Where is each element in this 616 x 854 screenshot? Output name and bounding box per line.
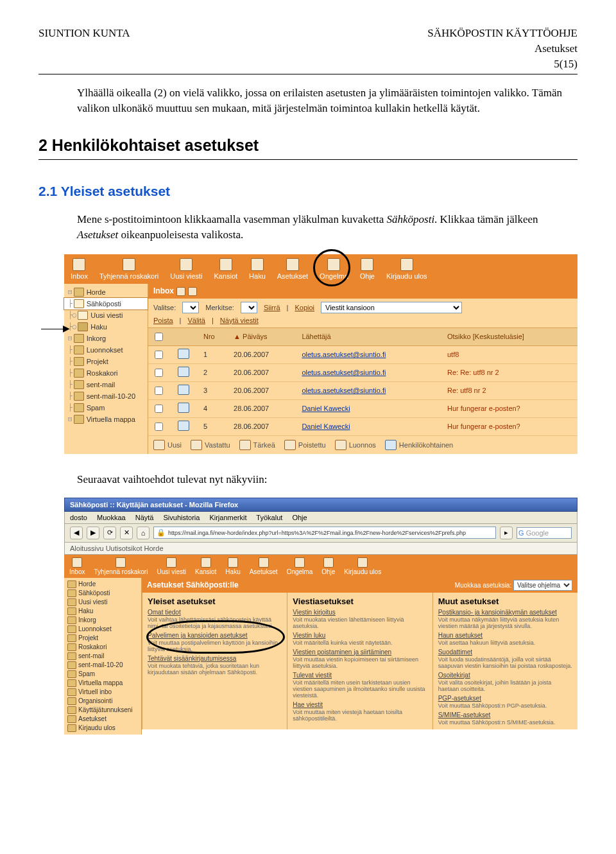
settings-link[interactable]: Viestien poistaminen ja siirtäminen xyxy=(293,649,427,656)
select-program[interactable]: Valitse ohjelma xyxy=(513,580,572,591)
tb-logout[interactable]: Kirjaudu ulos xyxy=(386,258,427,280)
sb2-item[interactable]: Roskakori xyxy=(64,643,141,652)
sb2-item[interactable]: Asetukset xyxy=(64,715,141,724)
back-button[interactable]: ◀ xyxy=(70,527,83,539)
sb-projekt[interactable]: ├Projekt xyxy=(64,356,148,367)
select-merkitse[interactable] xyxy=(241,302,257,313)
col-checkbox[interactable] xyxy=(148,327,174,345)
settings-link[interactable]: Omat tiedot xyxy=(148,609,282,616)
menu-file[interactable]: dosto xyxy=(70,514,87,521)
tb2-new[interactable]: Uusi viesti xyxy=(157,557,186,575)
menu-view[interactable]: Näytä xyxy=(135,514,154,521)
settings-link[interactable]: PGP-asetukset xyxy=(438,695,572,702)
tb-folders[interactable]: Kansiot xyxy=(214,258,237,280)
sb2-item[interactable]: Virtuell inbo xyxy=(64,688,141,697)
copy-link[interactable]: Kopioi xyxy=(295,304,314,311)
sb2-item[interactable]: Sähköposti xyxy=(64,589,141,598)
refresh-icon[interactable] xyxy=(176,287,185,296)
sb-inbox[interactable]: ⊟Inkorg xyxy=(64,333,148,344)
tb2-logout[interactable]: Kirjaudu ulos xyxy=(344,557,381,575)
sb-virtual[interactable]: ⊟Virtuella mappa xyxy=(64,414,148,425)
sb-spam[interactable]: ├Spam xyxy=(64,402,148,414)
settings-link[interactable]: Suodattimet xyxy=(438,649,572,656)
tb2-settings[interactable]: Asetukset xyxy=(250,557,278,575)
tb-settings[interactable]: Asetukset xyxy=(277,258,308,280)
stop-button[interactable]: ✕ xyxy=(120,527,133,539)
sb2-item[interactable]: Kirjaudu ulos xyxy=(64,724,141,733)
settings-link[interactable]: Postikansio- ja kansioinäkymän asetukset xyxy=(438,609,572,616)
tb-help[interactable]: Ohje xyxy=(360,258,375,280)
table-row[interactable]: 528.06.2007Daniel KaweckiHur fungerar e-… xyxy=(148,417,578,435)
sb2-item[interactable]: Haku xyxy=(64,607,141,616)
table-row[interactable]: 320.06.2007oletus.asetukset@siuntio.fiRe… xyxy=(148,381,578,399)
menu-help[interactable]: Ohje xyxy=(292,514,307,521)
settings-link[interactable]: Viestin kirjoitus xyxy=(293,609,427,616)
sb2-item[interactable]: Käyttäjätunnukseni xyxy=(64,706,141,715)
tb2-help[interactable]: Ohje xyxy=(321,557,335,575)
settings-link[interactable]: Hae viestit xyxy=(293,701,427,708)
sb2-item[interactable]: Horde xyxy=(64,580,141,589)
sb2-item[interactable]: Luonnokset xyxy=(64,625,141,634)
tb-empty-trash[interactable]: Tyhjennä roskakori xyxy=(99,258,158,280)
sb-mail[interactable]: ├Sähköposti xyxy=(64,298,148,309)
menu-bookmarks[interactable]: Kirjanmerkit xyxy=(209,514,246,521)
settings-link[interactable]: Tulevat viestit xyxy=(293,672,427,679)
show-link[interactable]: Näytä viestit xyxy=(220,317,259,324)
table-row[interactable]: 428.06.2007Daniel KaweckiHur fungerar e-… xyxy=(148,399,578,417)
col-nro[interactable]: Nro xyxy=(200,327,230,345)
sb2-item[interactable]: Uusi viesti xyxy=(64,598,141,607)
sb-sent2[interactable]: ├sent-mail-10-20 xyxy=(64,390,148,402)
sb2-item[interactable]: Spam xyxy=(64,670,141,679)
table-row[interactable]: 120.06.2007oletus.asetukset@siuntio.fiut… xyxy=(148,345,578,363)
logout-icon xyxy=(357,557,368,568)
sb2-item[interactable]: sent-mail-10-20 xyxy=(64,661,141,670)
tb2-folders[interactable]: Kansiot xyxy=(195,557,216,575)
settings-link[interactable]: Haun asetukset xyxy=(438,632,572,639)
menu-edit[interactable]: Muokkaa xyxy=(97,514,126,521)
search-box[interactable]: G Google xyxy=(517,527,572,539)
sb-sent[interactable]: ├sent-mail xyxy=(64,379,148,390)
tb2-trash[interactable]: Tyhjennä roskakori xyxy=(94,557,148,575)
sb-trash[interactable]: ├Roskakori xyxy=(64,367,148,379)
sb2-item[interactable]: Projekt xyxy=(64,634,141,643)
tb2-search[interactable]: Haku xyxy=(225,557,240,575)
tb2-inbox[interactable]: Inbox xyxy=(69,557,85,575)
sb2-item[interactable]: sent-mail xyxy=(64,652,141,661)
url-bar[interactable]: 🔒https://mail.inga.fi/new-horde/index.ph… xyxy=(153,527,496,539)
tb-new-msg[interactable]: Uusi viesti xyxy=(170,258,202,280)
tb-inbox[interactable]: Inbox xyxy=(71,258,88,280)
draft-icon xyxy=(335,440,346,450)
sb-search[interactable]: ├○Haku xyxy=(64,321,148,333)
sb2-item[interactable]: Organisointi xyxy=(64,697,141,706)
col-subject[interactable]: Otsikko [Keskusteluäsie] xyxy=(443,327,578,345)
sb-drafts[interactable]: ├Luonnokset xyxy=(64,344,148,356)
search-icon[interactable] xyxy=(188,287,197,296)
menu-tools[interactable]: Työkalut xyxy=(256,514,282,521)
sb-new[interactable]: ├○Uusi viesti xyxy=(64,309,148,321)
select-valitse[interactable] xyxy=(182,302,199,313)
menu-history[interactable]: Sivuhistoria xyxy=(164,514,200,521)
settings-link[interactable]: Tehtävät sisäänkirjautumisessa xyxy=(148,655,282,662)
settings-link[interactable]: Palvelimen ja kansioiden asetukset xyxy=(148,632,282,639)
tb-search[interactable]: Haku xyxy=(249,258,266,280)
settings-link[interactable]: Viestin luku xyxy=(293,632,427,639)
col-date[interactable]: ▲ Päiväys xyxy=(230,327,298,345)
delete-link[interactable]: Poista xyxy=(153,317,173,324)
select-folder[interactable]: Viestit kansioon xyxy=(321,302,462,313)
go-button[interactable]: ▸ xyxy=(500,527,513,539)
tb-problem[interactable]: Ongelma xyxy=(320,258,348,280)
sb2-item[interactable]: Virtuella mappa xyxy=(64,679,141,688)
table-row[interactable]: 220.06.2007oletus.asetukset@siuntio.fiRe… xyxy=(148,363,578,381)
forward-link[interactable]: Välitä xyxy=(187,317,205,324)
home-button[interactable]: ⌂ xyxy=(137,527,150,539)
col-sender[interactable]: Lähettäjä xyxy=(298,327,443,345)
sb-horde[interactable]: ⊟Horde xyxy=(64,286,148,298)
settings-link[interactable]: S/MIME-asetukset xyxy=(438,711,572,719)
sb2-item[interactable]: Inkorg xyxy=(64,616,141,625)
forward-button[interactable]: ▶ xyxy=(87,527,99,539)
help-icon xyxy=(323,557,334,568)
settings-link[interactable]: Osoitekirjat xyxy=(438,672,572,679)
tb2-problem[interactable]: Ongelma xyxy=(287,557,313,575)
move-link[interactable]: Siirrä xyxy=(264,304,280,311)
reload-button[interactable]: ⟳ xyxy=(103,527,116,539)
